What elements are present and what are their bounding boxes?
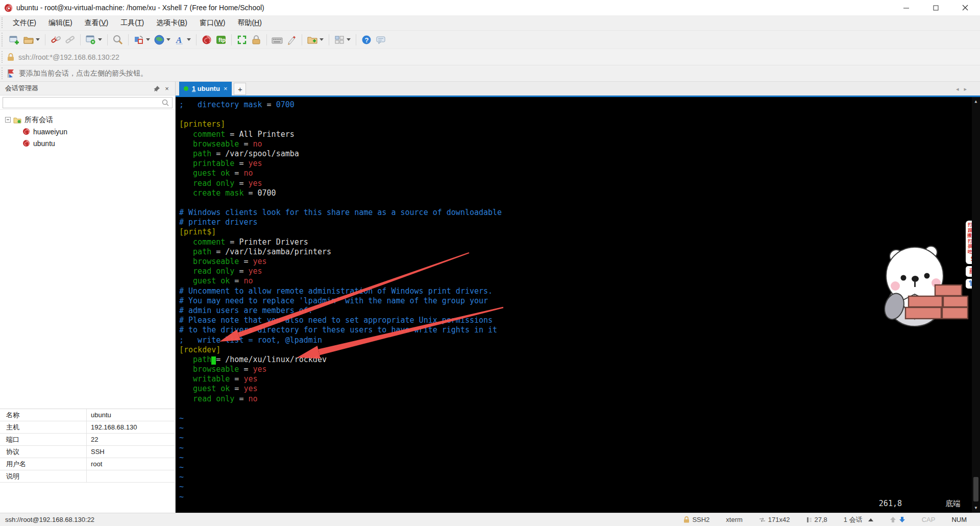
open-session-caret[interactable] <box>36 38 40 41</box>
jump-down-icon[interactable] <box>899 516 905 523</box>
property-value: ubuntu <box>87 411 111 419</box>
lock-screen-icon[interactable] <box>250 33 263 46</box>
address-bar[interactable]: ssh://root:*@192.168.68.130:22 <box>0 49 980 65</box>
new-folder-caret[interactable] <box>320 38 324 41</box>
terminal-line-20: # Uncomment to allow remote administrati… <box>179 286 970 296</box>
xshell-logo-icon <box>4 4 13 12</box>
terminal-cursor <box>211 356 216 365</box>
session-manager-panel: 会话管理器 × 所有会话huaweiyunubuntu 名称ubuntu主机19… <box>0 82 176 513</box>
property-row-3: 协议SSH <box>0 446 175 458</box>
menu-item-0[interactable]: 文件(F) <box>7 16 42 30</box>
terminal-line-19: guest ok = no <box>179 276 970 286</box>
terminal-tilde-line: ~ <box>179 423 970 433</box>
layout-caret[interactable] <box>146 38 150 41</box>
tab-scroll-left-icon[interactable]: ◂ <box>956 86 959 92</box>
scroll-down-icon[interactable]: ▼ <box>972 505 980 512</box>
virtual-keyboard-icon[interactable] <box>271 33 284 46</box>
help-icon[interactable]: ? <box>360 33 373 46</box>
minimize-button[interactable] <box>891 0 921 15</box>
property-value: 22 <box>87 436 98 443</box>
find-icon[interactable] <box>111 33 125 46</box>
file-position-flag: 底端 <box>945 499 961 509</box>
font-icon[interactable]: A <box>173 33 186 46</box>
session-search <box>0 95 175 110</box>
layout-icon[interactable] <box>132 33 145 46</box>
maximize-button[interactable] <box>921 0 950 15</box>
web-icon[interactable] <box>153 33 166 46</box>
new-folder-icon[interactable] <box>306 33 319 46</box>
tab-bar: 1 ubuntu × + ◂ ▸ <box>176 82 980 97</box>
tree-session-ubuntu[interactable]: ubuntu <box>5 137 175 149</box>
xshell-session-icon[interactable] <box>200 33 213 46</box>
session-properties-caret[interactable] <box>98 38 102 41</box>
scrollbar-thumb[interactable] <box>973 477 978 501</box>
tab-close-icon[interactable]: × <box>224 85 228 92</box>
terminal-tilde-line: ~ <box>179 463 970 472</box>
highlight-pen-icon[interactable] <box>285 33 298 46</box>
property-row-0: 名称ubuntu <box>0 409 175 421</box>
property-label: 名称 <box>0 409 87 421</box>
pin-icon[interactable] <box>152 83 162 93</box>
new-tab-button[interactable]: + <box>234 83 246 95</box>
tab-ubuntu[interactable]: 1 ubuntu × <box>179 82 232 95</box>
session-label: ubuntu <box>33 139 55 148</box>
menu-item-6[interactable]: 帮助(H) <box>232 16 267 30</box>
terminal-tilde-line: ~ <box>179 453 970 463</box>
menu-item-3[interactable]: 工具(T) <box>115 16 150 30</box>
xftp-icon[interactable]: ftp <box>214 33 228 46</box>
menu-item-1[interactable]: 编辑(E) <box>43 16 78 30</box>
session-icon <box>22 139 30 147</box>
status-cursor-pos: 27,8 <box>798 516 836 523</box>
notice-bar: 要添加当前会话，点击左侧的箭头按钮。 <box>0 65 980 82</box>
terminal-line-13: # printer drivers <box>179 218 970 227</box>
panel-close-icon[interactable]: × <box>162 83 172 93</box>
disconnect-icon[interactable] <box>49 33 62 46</box>
session-properties-icon[interactable] <box>84 33 97 46</box>
status-protocol: SSH2 <box>675 516 718 523</box>
terminal-scrollbar[interactable]: ▲ ▼ <box>972 97 980 513</box>
new-session-icon[interactable] <box>8 33 21 46</box>
tree-collapse-icon[interactable] <box>5 117 11 123</box>
terminal-tilde-line: ~ <box>179 472 970 482</box>
status-bar: ssh://root@192.168.68.130:22 SSH2 xterm … <box>0 513 980 526</box>
terminal-text: ; directory mask = 0700[printers] commen… <box>179 100 970 502</box>
terminal-line-5: browseable = no <box>179 139 970 149</box>
session-search-input[interactable] <box>3 97 173 108</box>
cursor-position: 261,8 <box>879 499 902 509</box>
terminal[interactable]: ; directory mask = 0700[printers] commen… <box>176 97 980 513</box>
session-manager-title: 会话管理器 <box>5 84 38 93</box>
toolbar-grip <box>2 33 4 46</box>
menu-item-2[interactable]: 查看(V) <box>79 16 114 30</box>
xshell-window: ubuntu - root@xu-virtual-machine: /home/… <box>0 0 980 526</box>
scroll-jump-buttons[interactable] <box>881 516 914 523</box>
open-session-folder-icon[interactable] <box>22 33 35 46</box>
feedback-icon[interactable] <box>374 33 387 46</box>
tile-windows-caret[interactable] <box>347 38 351 41</box>
jump-up-icon[interactable] <box>890 516 896 523</box>
web-caret[interactable] <box>166 38 170 41</box>
menu-item-5[interactable]: 窗口(W) <box>194 16 231 30</box>
property-label: 端口 <box>0 434 87 445</box>
property-row-5: 说明 <box>0 470 175 483</box>
property-row-1: 主机192.168.68.130 <box>0 421 175 434</box>
terminal-tilde-line: ~ <box>179 414 970 423</box>
close-button[interactable] <box>950 0 980 15</box>
terminal-tilde-line: ~ <box>179 443 970 453</box>
terminal-line-28: browseable = yes <box>179 365 970 374</box>
caret-pos-icon <box>806 517 812 523</box>
status-connection: ssh://root@192.168.68.130:22 <box>5 516 675 523</box>
scroll-up-icon[interactable]: ▲ <box>972 98 980 105</box>
tile-windows-icon[interactable] <box>333 33 346 46</box>
tree-session-huaweiyun[interactable]: huaweiyun <box>5 126 175 137</box>
tab-scroll-right-icon[interactable]: ▸ <box>964 86 967 92</box>
property-label: 协议 <box>0 446 87 458</box>
reconnect-icon[interactable] <box>63 33 77 46</box>
menu-grip <box>2 17 4 28</box>
font-caret[interactable] <box>187 38 191 41</box>
tree-root-all-sessions[interactable]: 所有会话 <box>5 114 175 126</box>
menu-item-4[interactable]: 选项卡(B) <box>151 16 193 30</box>
fullscreen-icon[interactable] <box>235 33 249 46</box>
session-icon <box>22 128 30 135</box>
session-count-selector[interactable]: 1 会话 <box>836 515 881 524</box>
caps-lock-indicator: CAP <box>914 516 944 523</box>
